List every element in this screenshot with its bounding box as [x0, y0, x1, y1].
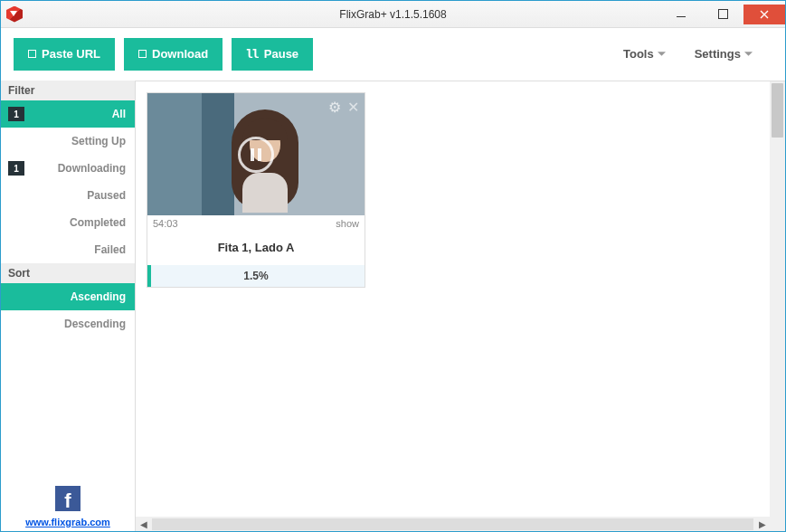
paste-icon — [28, 50, 36, 58]
pause-label: Pause — [264, 47, 298, 61]
sort-asc-label: Ascending — [71, 290, 126, 303]
filter-downloading-label: Downloading — [58, 162, 126, 175]
horizontal-scrollbar[interactable]: ◀ ▶ — [136, 517, 770, 532]
paste-label: Paste URL — [42, 47, 100, 61]
filter-setting-up-label: Setting Up — [71, 135, 126, 147]
filter-completed-label: Completed — [70, 216, 126, 229]
card-title: Fita 1, Lado A — [147, 232, 365, 265]
sort-descending[interactable]: Descending — [1, 310, 135, 337]
filter-paused-label: Paused — [87, 189, 126, 202]
scroll-left-icon[interactable]: ◀ — [136, 519, 151, 529]
sort-ascending[interactable]: Ascending — [1, 283, 135, 310]
content-area: ⚙ ✕ 54:03 show Fita 1, Lado A 1.5% ◀ ▶ — [135, 81, 785, 532]
settings-menu[interactable]: Settings — [695, 47, 753, 61]
progress-bar — [147, 265, 151, 287]
card-duration: 54:03 — [153, 218, 178, 229]
download-label: Download — [152, 47, 208, 61]
card-progress: 1.5% — [147, 265, 365, 287]
chevron-down-icon — [658, 52, 666, 57]
app-icon — [6, 6, 23, 23]
close-icon[interactable]: ✕ — [347, 99, 359, 116]
toolbar: Paste URL Download ll Pause Tools Settin… — [1, 28, 785, 81]
filter-all-label: All — [112, 108, 126, 120]
window-controls — [660, 5, 785, 24]
vertical-scrollbar[interactable] — [770, 81, 785, 517]
pause-overlay-icon[interactable] — [238, 137, 274, 173]
filter-all-count: 1 — [8, 107, 24, 121]
filter-downloading[interactable]: 1 Downloading — [1, 155, 135, 182]
website-link[interactable]: www.flixgrab.com — [25, 517, 110, 527]
filter-downloading-count: 1 — [8, 161, 24, 176]
chevron-down-icon — [744, 52, 753, 57]
progress-text: 1.5% — [243, 270, 268, 282]
card-meta: 54:03 show — [147, 215, 365, 232]
filter-failed[interactable]: Failed — [1, 236, 135, 263]
minimize-button[interactable] — [660, 5, 702, 24]
download-icon — [138, 50, 147, 58]
paste-url-button[interactable]: Paste URL — [14, 38, 115, 71]
facebook-icon[interactable]: f — [55, 486, 80, 511]
scroll-right-icon[interactable]: ▶ — [754, 519, 770, 529]
sidebar: Filter 1 All Setting Up 1 Downloading Pa… — [1, 81, 135, 532]
sort-desc-label: Descending — [64, 318, 126, 330]
sort-header: Sort — [1, 263, 135, 283]
titlebar: FlixGrab+ v1.1.5.1608 — [1, 1, 785, 28]
tools-menu[interactable]: Tools — [623, 47, 666, 61]
scroll-corner — [770, 517, 785, 532]
window-title: FlixGrab+ v1.1.5.1608 — [339, 8, 446, 21]
card-action[interactable]: show — [336, 218, 359, 229]
filter-all[interactable]: 1 All — [1, 100, 135, 128]
tools-label: Tools — [623, 47, 654, 61]
pause-icon: ll — [246, 47, 259, 61]
maximize-button[interactable] — [702, 5, 743, 24]
download-card[interactable]: ⚙ ✕ 54:03 show Fita 1, Lado A 1.5% — [147, 92, 365, 288]
settings-label: Settings — [695, 47, 741, 61]
filter-completed[interactable]: Completed — [1, 209, 135, 236]
filter-paused[interactable]: Paused — [1, 182, 135, 209]
close-button[interactable] — [743, 5, 785, 24]
filter-setting-up[interactable]: Setting Up — [1, 128, 135, 155]
pause-button[interactable]: ll Pause — [232, 38, 313, 71]
card-thumbnail: ⚙ ✕ — [147, 93, 365, 215]
filter-failed-label: Failed — [94, 243, 126, 256]
download-button[interactable]: Download — [124, 38, 223, 71]
sidebar-footer: f www.flixgrab.com — [1, 479, 135, 532]
filter-header: Filter — [1, 81, 135, 100]
gear-icon[interactable]: ⚙ — [328, 99, 341, 116]
